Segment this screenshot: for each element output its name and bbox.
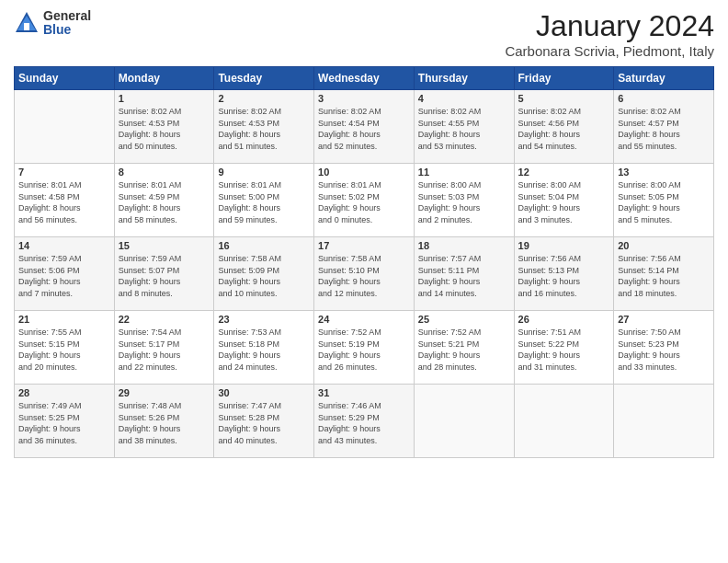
day-info: Sunrise: 7:47 AM Sunset: 5:28 PM Dayligh… bbox=[218, 400, 310, 446]
week-row-4: 28Sunrise: 7:49 AM Sunset: 5:25 PM Dayli… bbox=[15, 385, 714, 458]
day-info: Sunrise: 8:01 AM Sunset: 5:00 PM Dayligh… bbox=[218, 179, 310, 225]
day-number: 2 bbox=[218, 93, 310, 104]
day-number: 8 bbox=[119, 167, 210, 178]
cell-0-5: 5Sunrise: 8:02 AM Sunset: 4:56 PM Daylig… bbox=[514, 90, 614, 164]
day-info: Sunrise: 7:56 AM Sunset: 5:13 PM Dayligh… bbox=[518, 253, 610, 299]
day-info: Sunrise: 7:52 AM Sunset: 5:21 PM Dayligh… bbox=[418, 327, 510, 373]
cell-4-0: 28Sunrise: 7:49 AM Sunset: 5:25 PM Dayli… bbox=[15, 385, 115, 458]
day-number: 20 bbox=[618, 240, 710, 251]
day-number: 28 bbox=[18, 387, 110, 398]
day-number: 22 bbox=[119, 314, 210, 325]
day-info: Sunrise: 8:02 AM Sunset: 4:55 PM Dayligh… bbox=[418, 106, 510, 152]
cell-2-3: 17Sunrise: 7:58 AM Sunset: 5:10 PM Dayli… bbox=[314, 237, 415, 311]
cell-2-4: 18Sunrise: 7:57 AM Sunset: 5:11 PM Dayli… bbox=[414, 237, 514, 311]
day-info: Sunrise: 8:01 AM Sunset: 5:02 PM Dayligh… bbox=[318, 179, 410, 225]
cell-0-0 bbox=[15, 90, 115, 164]
page: General Blue January 2024 Carbonara Scri… bbox=[0, 0, 728, 563]
day-number: 4 bbox=[418, 93, 510, 104]
day-number: 11 bbox=[418, 167, 510, 178]
day-number: 10 bbox=[318, 167, 410, 178]
cell-3-0: 21Sunrise: 7:55 AM Sunset: 5:15 PM Dayli… bbox=[15, 311, 115, 385]
day-info: Sunrise: 7:57 AM Sunset: 5:11 PM Dayligh… bbox=[418, 253, 510, 299]
cell-3-3: 24Sunrise: 7:52 AM Sunset: 5:19 PM Dayli… bbox=[314, 311, 415, 385]
cell-1-0: 7Sunrise: 8:01 AM Sunset: 4:58 PM Daylig… bbox=[15, 164, 115, 237]
cell-1-6: 13Sunrise: 8:00 AM Sunset: 5:05 PM Dayli… bbox=[614, 164, 714, 237]
cell-2-5: 19Sunrise: 7:56 AM Sunset: 5:13 PM Dayli… bbox=[514, 237, 614, 311]
day-number: 12 bbox=[518, 167, 610, 178]
cell-4-2: 30Sunrise: 7:47 AM Sunset: 5:28 PM Dayli… bbox=[214, 385, 314, 458]
col-header-saturday: Saturday bbox=[614, 67, 714, 90]
month-title: January 2024 bbox=[505, 9, 714, 43]
cell-2-2: 16Sunrise: 7:58 AM Sunset: 5:09 PM Dayli… bbox=[214, 237, 314, 311]
cell-1-4: 11Sunrise: 8:00 AM Sunset: 5:03 PM Dayli… bbox=[414, 164, 514, 237]
logo-general: General bbox=[43, 9, 91, 23]
day-number: 17 bbox=[318, 240, 410, 251]
day-info: Sunrise: 8:00 AM Sunset: 5:03 PM Dayligh… bbox=[418, 179, 510, 225]
day-info: Sunrise: 7:58 AM Sunset: 5:10 PM Dayligh… bbox=[318, 253, 410, 299]
day-info: Sunrise: 7:59 AM Sunset: 5:07 PM Dayligh… bbox=[119, 253, 210, 299]
day-number: 5 bbox=[518, 93, 610, 104]
cell-1-1: 8Sunrise: 8:01 AM Sunset: 4:59 PM Daylig… bbox=[114, 164, 214, 237]
day-number: 25 bbox=[418, 314, 510, 325]
col-header-tuesday: Tuesday bbox=[214, 67, 314, 90]
day-info: Sunrise: 7:53 AM Sunset: 5:18 PM Dayligh… bbox=[218, 327, 310, 373]
day-info: Sunrise: 7:58 AM Sunset: 5:09 PM Dayligh… bbox=[218, 253, 310, 299]
day-info: Sunrise: 8:01 AM Sunset: 4:58 PM Dayligh… bbox=[18, 179, 110, 225]
title-block: January 2024 Carbonara Scrivia, Piedmont… bbox=[505, 9, 714, 59]
day-info: Sunrise: 7:51 AM Sunset: 5:22 PM Dayligh… bbox=[518, 327, 610, 373]
day-number: 30 bbox=[218, 387, 310, 398]
day-number: 31 bbox=[318, 387, 410, 398]
cell-0-4: 4Sunrise: 8:02 AM Sunset: 4:55 PM Daylig… bbox=[414, 90, 514, 164]
day-number: 29 bbox=[119, 387, 210, 398]
day-number: 18 bbox=[418, 240, 510, 251]
cell-0-2: 2Sunrise: 8:02 AM Sunset: 4:53 PM Daylig… bbox=[214, 90, 314, 164]
day-info: Sunrise: 7:52 AM Sunset: 5:19 PM Dayligh… bbox=[318, 327, 410, 373]
day-info: Sunrise: 8:00 AM Sunset: 5:05 PM Dayligh… bbox=[618, 179, 710, 225]
day-number: 27 bbox=[618, 314, 710, 325]
day-info: Sunrise: 7:46 AM Sunset: 5:29 PM Dayligh… bbox=[318, 400, 410, 446]
col-header-friday: Friday bbox=[514, 67, 614, 90]
cell-0-3: 3Sunrise: 8:02 AM Sunset: 4:54 PM Daylig… bbox=[314, 90, 415, 164]
logo-icon bbox=[14, 10, 40, 36]
day-number: 15 bbox=[119, 240, 210, 251]
col-header-monday: Monday bbox=[114, 67, 214, 90]
day-info: Sunrise: 7:56 AM Sunset: 5:14 PM Dayligh… bbox=[618, 253, 710, 299]
cell-4-5 bbox=[514, 385, 614, 458]
day-number: 23 bbox=[218, 314, 310, 325]
day-info: Sunrise: 7:48 AM Sunset: 5:26 PM Dayligh… bbox=[119, 400, 210, 446]
logo-text: General Blue bbox=[43, 9, 91, 38]
cell-3-6: 27Sunrise: 7:50 AM Sunset: 5:23 PM Dayli… bbox=[614, 311, 714, 385]
day-number: 26 bbox=[518, 314, 610, 325]
logo-blue: Blue bbox=[43, 23, 91, 37]
day-number: 3 bbox=[318, 93, 410, 104]
cell-3-5: 26Sunrise: 7:51 AM Sunset: 5:22 PM Dayli… bbox=[514, 311, 614, 385]
week-row-1: 7Sunrise: 8:01 AM Sunset: 4:58 PM Daylig… bbox=[15, 164, 714, 237]
col-header-thursday: Thursday bbox=[414, 67, 514, 90]
cell-4-3: 31Sunrise: 7:46 AM Sunset: 5:29 PM Dayli… bbox=[314, 385, 415, 458]
day-info: Sunrise: 8:01 AM Sunset: 4:59 PM Dayligh… bbox=[119, 179, 210, 225]
col-header-wednesday: Wednesday bbox=[314, 67, 415, 90]
day-info: Sunrise: 8:02 AM Sunset: 4:53 PM Dayligh… bbox=[119, 106, 210, 152]
day-number: 19 bbox=[518, 240, 610, 251]
cell-0-6: 6Sunrise: 8:02 AM Sunset: 4:57 PM Daylig… bbox=[614, 90, 714, 164]
day-info: Sunrise: 7:59 AM Sunset: 5:06 PM Dayligh… bbox=[18, 253, 110, 299]
day-number: 13 bbox=[618, 167, 710, 178]
day-info: Sunrise: 8:02 AM Sunset: 4:54 PM Dayligh… bbox=[318, 106, 410, 152]
day-info: Sunrise: 8:00 AM Sunset: 5:04 PM Dayligh… bbox=[518, 179, 610, 225]
cell-2-0: 14Sunrise: 7:59 AM Sunset: 5:06 PM Dayli… bbox=[15, 237, 115, 311]
header-row: SundayMondayTuesdayWednesdayThursdayFrid… bbox=[15, 67, 714, 90]
day-number: 21 bbox=[18, 314, 110, 325]
day-number: 14 bbox=[18, 240, 110, 251]
cell-1-5: 12Sunrise: 8:00 AM Sunset: 5:04 PM Dayli… bbox=[514, 164, 614, 237]
calendar-table: SundayMondayTuesdayWednesdayThursdayFrid… bbox=[14, 66, 714, 458]
day-number: 24 bbox=[318, 314, 410, 325]
cell-4-1: 29Sunrise: 7:48 AM Sunset: 5:26 PM Dayli… bbox=[114, 385, 214, 458]
week-row-0: 1Sunrise: 8:02 AM Sunset: 4:53 PM Daylig… bbox=[15, 90, 714, 164]
cell-3-1: 22Sunrise: 7:54 AM Sunset: 5:17 PM Dayli… bbox=[114, 311, 214, 385]
day-info: Sunrise: 7:49 AM Sunset: 5:25 PM Dayligh… bbox=[18, 400, 110, 446]
day-info: Sunrise: 8:02 AM Sunset: 4:56 PM Dayligh… bbox=[518, 106, 610, 152]
day-info: Sunrise: 7:50 AM Sunset: 5:23 PM Dayligh… bbox=[618, 327, 710, 373]
svg-rect-2 bbox=[24, 23, 29, 30]
cell-1-2: 9Sunrise: 8:01 AM Sunset: 5:00 PM Daylig… bbox=[214, 164, 314, 237]
day-number: 9 bbox=[218, 167, 310, 178]
